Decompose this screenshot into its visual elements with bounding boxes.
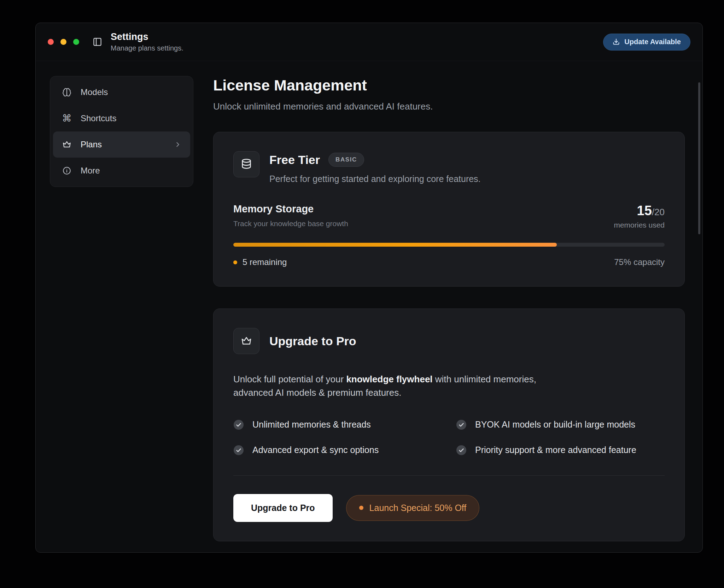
download-icon bbox=[613, 38, 620, 45]
memory-progress-bar bbox=[233, 243, 665, 247]
sidebar-item-shortcuts[interactable]: ⌘ Shortcuts bbox=[53, 105, 190, 131]
window-title-block: Settings Manage plans settings. bbox=[111, 31, 183, 52]
launch-special-pill[interactable]: Launch Special: 50% Off bbox=[346, 495, 480, 521]
memory-usage-counter: 15/20 memories used bbox=[614, 203, 665, 229]
sidebar-item-label: Plans bbox=[81, 140, 102, 149]
window-title: Settings bbox=[111, 31, 183, 42]
feature-item: Advanced export & sync options bbox=[233, 445, 442, 455]
sidebar-item-models[interactable]: Models bbox=[53, 79, 190, 105]
memory-storage-subtitle: Track your knowledge base growth bbox=[233, 219, 348, 228]
sidebar-item-label: Models bbox=[81, 87, 108, 97]
pro-actions: Upgrade to Pro Launch Special: 50% Off bbox=[233, 494, 665, 522]
close-button[interactable] bbox=[48, 39, 54, 45]
main-panel: License Management Unlock unlimited memo… bbox=[213, 76, 685, 552]
settings-window: Settings Manage plans settings. Update A… bbox=[35, 23, 703, 553]
page-title: License Management bbox=[213, 77, 685, 94]
check-icon bbox=[233, 419, 244, 430]
feature-label: Priority support & more advanced feature bbox=[475, 445, 636, 455]
feature-label: BYOK AI models or build-in large models bbox=[475, 419, 635, 430]
check-icon bbox=[456, 445, 467, 455]
memories-remaining: 5 remaining bbox=[233, 257, 287, 267]
scrollbar-thumb[interactable] bbox=[698, 82, 700, 234]
divider bbox=[233, 475, 665, 476]
titlebar: Settings Manage plans settings. Update A… bbox=[36, 23, 702, 61]
upgrade-pro-card: Upgrade to Pro Unlock full potential of … bbox=[213, 308, 685, 541]
free-tier-card: Free Tier BASIC Perfect for getting star… bbox=[213, 132, 685, 287]
window-subtitle: Manage plans settings. bbox=[111, 44, 183, 52]
memories-used-label: memories used bbox=[614, 221, 665, 229]
pro-features-grid: Unlimited memories & threads BYOK AI mod… bbox=[233, 419, 665, 455]
command-icon: ⌘ bbox=[62, 114, 72, 123]
check-icon bbox=[233, 445, 244, 455]
pro-title: Upgrade to Pro bbox=[269, 334, 356, 348]
free-tier-header-text: Free Tier BASIC Perfect for getting star… bbox=[269, 151, 481, 184]
info-icon bbox=[62, 166, 72, 175]
pro-description: Unlock full potential of your knowledge … bbox=[233, 372, 551, 400]
sidebar-item-plans[interactable]: Plans bbox=[53, 131, 190, 158]
update-available-label: Update Available bbox=[624, 38, 681, 46]
upgrade-to-pro-button[interactable]: Upgrade to Pro bbox=[233, 494, 333, 522]
chevron-right-icon bbox=[174, 141, 182, 148]
pro-description-prefix: Unlock full potential of your bbox=[233, 374, 346, 384]
free-tier-description: Perfect for getting started and explorin… bbox=[269, 174, 481, 184]
window-controls bbox=[48, 39, 79, 45]
free-tier-header: Free Tier BASIC Perfect for getting star… bbox=[233, 151, 665, 184]
feature-item: Priority support & more advanced feature bbox=[456, 445, 665, 455]
crown-icon bbox=[62, 140, 72, 149]
page-subtitle: Unlock unlimited memories and advanced A… bbox=[213, 101, 685, 112]
memory-storage-row: Memory Storage Track your knowledge base… bbox=[233, 203, 665, 229]
memory-progress-meta: 5 remaining 75% capacity bbox=[233, 257, 665, 267]
brain-icon bbox=[62, 88, 72, 97]
crown-icon bbox=[233, 328, 259, 354]
memories-remaining-label: 5 remaining bbox=[243, 257, 287, 267]
feature-label: Unlimited memories & threads bbox=[252, 419, 371, 430]
settings-sidebar: Models ⌘ Shortcuts Plans bbox=[50, 76, 193, 187]
feature-item: BYOK AI models or build-in large models bbox=[456, 419, 665, 430]
memory-progress-fill bbox=[233, 243, 557, 247]
launch-special-label: Launch Special: 50% Off bbox=[369, 503, 467, 513]
capacity-label: 75% capacity bbox=[614, 257, 665, 267]
database-icon bbox=[233, 151, 259, 177]
memory-storage-title: Memory Storage bbox=[233, 203, 348, 215]
basic-badge: BASIC bbox=[328, 153, 364, 167]
check-icon bbox=[456, 419, 467, 430]
sidebar-toggle-icon[interactable] bbox=[93, 37, 102, 47]
pro-description-bold: knowledge flywheel bbox=[346, 374, 432, 384]
feature-item: Unlimited memories & threads bbox=[233, 419, 442, 430]
memory-storage-labels: Memory Storage Track your knowledge base… bbox=[233, 203, 348, 228]
feature-label: Advanced export & sync options bbox=[252, 445, 379, 455]
promo-dot-icon bbox=[359, 506, 363, 510]
screen: Settings Manage plans settings. Update A… bbox=[0, 0, 724, 588]
sidebar-item-label: Shortcuts bbox=[81, 113, 116, 123]
memories-used-count: 15 bbox=[637, 203, 652, 218]
update-available-button[interactable]: Update Available bbox=[603, 34, 690, 51]
minimize-button[interactable] bbox=[60, 39, 66, 45]
sidebar-item-label: More bbox=[81, 166, 100, 176]
memories-total: /20 bbox=[652, 207, 665, 217]
pro-header: Upgrade to Pro bbox=[233, 328, 665, 354]
orange-dot-icon bbox=[233, 260, 237, 264]
sidebar-item-more[interactable]: More bbox=[53, 158, 190, 184]
zoom-button[interactable] bbox=[73, 39, 79, 45]
content-area: Models ⌘ Shortcuts Plans bbox=[36, 61, 702, 552]
free-tier-title: Free Tier bbox=[269, 153, 320, 167]
